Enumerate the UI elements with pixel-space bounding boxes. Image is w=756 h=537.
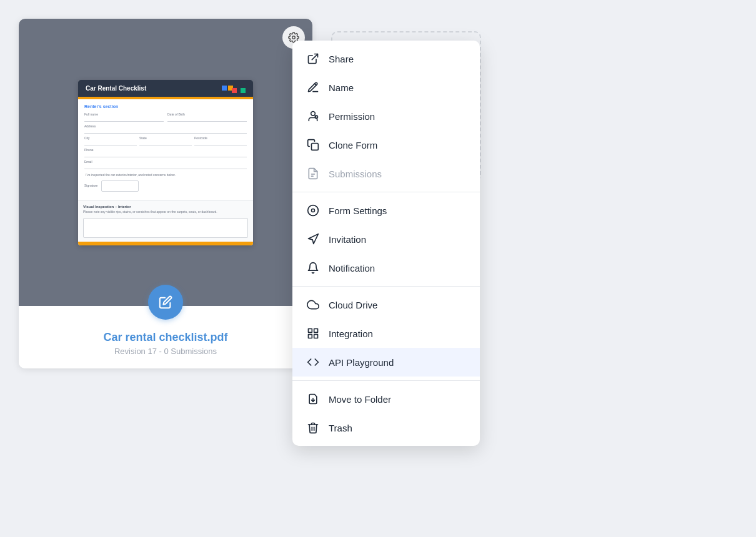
clone-icon (306, 138, 320, 152)
api-playground-icon (306, 355, 320, 369)
invitation-icon (306, 232, 320, 246)
menu-item-cloud-drive[interactable]: Cloud Drive (292, 290, 480, 319)
edit-icon (159, 295, 172, 309)
edit-button[interactable] (148, 285, 183, 320)
permission-icon (306, 109, 320, 123)
form-preview: Car Rental Checklist Renter's section (19, 19, 312, 306)
api-playground-label: API Playground (329, 357, 394, 368)
menu-item-api-playground[interactable]: API Playground (292, 348, 480, 377)
trash-icon (306, 421, 320, 435)
svg-point-7 (308, 205, 319, 216)
clone-form-label: Clone Form (329, 140, 377, 150)
svg-rect-12 (309, 335, 312, 338)
name-icon (306, 81, 320, 94)
svg-point-8 (312, 209, 315, 212)
form-settings-icon (306, 204, 320, 217)
menu-section-4: Move to Folder Trash (292, 381, 480, 446)
move-to-folder-label: Move to Folder (329, 394, 391, 405)
submissions-label: Submissions (329, 169, 382, 179)
cloud-drive-label: Cloud Drive (329, 300, 377, 310)
submissions-icon (306, 167, 320, 180)
menu-item-notification[interactable]: Notification (292, 254, 480, 282)
form-settings-label: Form Settings (329, 205, 387, 216)
notification-label: Notification (329, 263, 375, 273)
share-label: Share (329, 54, 354, 64)
menu-item-trash[interactable]: Trash (292, 413, 480, 442)
svg-rect-4 (312, 144, 319, 150)
background-area: Car Rental Checklist Renter's section (0, 0, 756, 537)
menu-section-1: Share Name (292, 41, 480, 192)
svg-point-0 (292, 36, 296, 39)
notification-icon (306, 261, 320, 275)
svg-rect-10 (309, 329, 312, 333)
form-card: Car Rental Checklist Renter's section (19, 19, 312, 368)
menu-item-form-settings[interactable]: Form Settings (292, 196, 480, 225)
context-menu: Share Name (292, 41, 480, 446)
integration-label: Integration (329, 328, 373, 339)
menu-item-name[interactable]: Name (292, 73, 480, 102)
menu-item-permission[interactable]: Permission (292, 102, 480, 131)
svg-point-2 (311, 112, 316, 116)
share-icon (306, 52, 320, 66)
menu-section-3: Cloud Drive Integration (292, 287, 480, 381)
form-logo (222, 86, 246, 91)
form-card-meta: Revision 17 - 0 Submissions (31, 347, 300, 356)
name-label: Name (329, 82, 354, 93)
cloud-drive-icon (306, 298, 320, 312)
menu-section-2: Form Settings Invitation Notification (292, 192, 480, 287)
svg-rect-13 (314, 335, 318, 338)
form-card-name: Car rental checklist.pdf (31, 331, 300, 344)
menu-item-share[interactable]: Share (292, 44, 480, 73)
svg-rect-11 (314, 329, 318, 333)
svg-line-1 (312, 54, 317, 60)
svg-marker-9 (309, 234, 319, 244)
svg-point-3 (315, 116, 317, 118)
menu-item-move-to-folder[interactable]: Move to Folder (292, 385, 480, 413)
form-document: Car Rental Checklist Renter's section (78, 80, 253, 245)
menu-item-clone-form[interactable]: Clone Form (292, 131, 480, 159)
move-to-folder-icon (306, 392, 320, 406)
menu-item-integration[interactable]: Integration (292, 319, 480, 348)
permission-label: Permission (329, 111, 375, 122)
form-doc-title: Car Rental Checklist (86, 85, 146, 92)
menu-item-invitation[interactable]: Invitation (292, 225, 480, 254)
trash-label: Trash (329, 423, 352, 433)
integration-icon (306, 327, 320, 340)
invitation-label: Invitation (329, 234, 366, 245)
menu-item-submissions: Submissions (292, 159, 480, 188)
